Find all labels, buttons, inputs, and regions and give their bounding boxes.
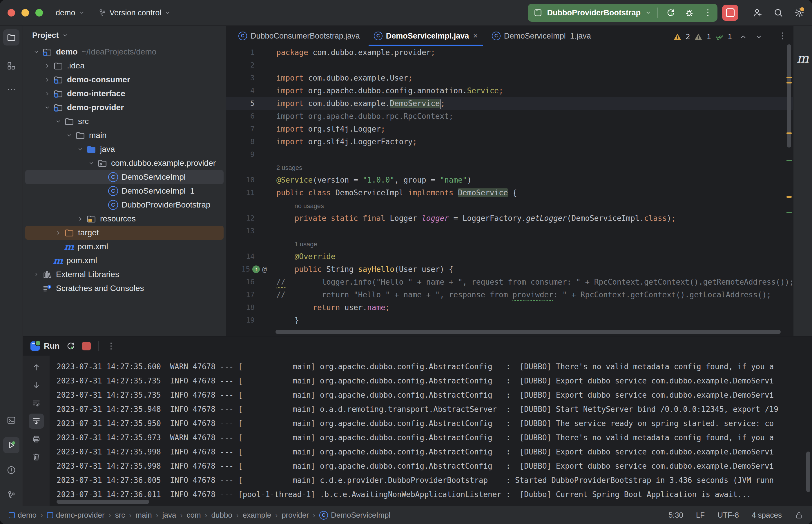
gutter[interactable] <box>226 161 270 174</box>
console-clear-all-button[interactable] <box>29 449 44 464</box>
rerun-icon[interactable] <box>66 341 76 351</box>
tree-item-demoserviceimpl-1[interactable]: CDemoServiceImpl_1 <box>25 184 224 198</box>
breadcrumb-src[interactable]: src <box>115 511 125 520</box>
indent-setting[interactable]: 4 spaces <box>752 511 782 520</box>
tree-item-pom-xml[interactable]: mpom.xml <box>25 253 224 267</box>
file-encoding[interactable]: UTF-8 <box>717 511 739 520</box>
breadcrumb-demoserviceimpl[interactable]: CDemoServiceImpl <box>319 511 391 520</box>
tree-item-resources[interactable]: resources <box>25 212 224 226</box>
breadcrumb-demo-provider[interactable]: demo-provider <box>47 511 105 520</box>
console-print-button[interactable] <box>29 431 44 447</box>
tree-item-demo-provider[interactable]: demo-provider <box>25 101 224 114</box>
chevron-down-icon[interactable] <box>85 156 97 170</box>
breadcrumb-demo[interactable]: demo <box>9 511 36 520</box>
add-user-icon[interactable] <box>752 7 763 18</box>
chevron-right-icon[interactable] <box>42 73 53 87</box>
tool-stripe-version-control-button[interactable] <box>3 487 19 503</box>
implementing-method-icon[interactable]: ↑ <box>252 265 260 273</box>
breadcrumb-provider[interactable]: provider <box>282 511 309 520</box>
tool-stripe-terminal-button[interactable] <box>3 412 19 428</box>
tree-item-main[interactable]: main <box>25 128 224 142</box>
gutter[interactable]: 15↑@ <box>226 263 270 276</box>
gutter[interactable]: 18 <box>226 301 270 314</box>
ok-stripe-mark[interactable] <box>786 212 792 213</box>
tool-stripe-more-tool-windows-button[interactable] <box>3 81 19 98</box>
tool-stripe-structure-button[interactable] <box>3 58 19 74</box>
chevron-right-icon[interactable] <box>42 87 53 101</box>
chevron-right-icon[interactable] <box>52 226 64 240</box>
console-horizontal-scrollbar[interactable] <box>57 500 149 504</box>
vcs-widget[interactable]: Version control <box>98 9 171 17</box>
tree-item-demoserviceimpl[interactable]: CDemoServiceImpl <box>25 170 224 184</box>
gutter[interactable]: 3 <box>226 71 270 84</box>
chevron-down-icon[interactable] <box>64 128 75 142</box>
tree-item-com-dubbo-example-provider[interactable]: com.dubbo.example.provider <box>25 156 224 170</box>
run-tab[interactable]: Run <box>30 341 60 351</box>
tree-item-target[interactable]: target <box>25 226 224 240</box>
chevron-right-icon[interactable] <box>75 212 86 226</box>
zoom-window-button[interactable] <box>35 9 43 17</box>
tab-demoserviceimpl-java[interactable]: CDemoServiceImpl.java× <box>367 26 485 46</box>
line-ending[interactable]: LF <box>696 511 705 520</box>
tab-demoserviceimpl_1-java[interactable]: CDemoServiceImpl_1.java <box>485 26 598 46</box>
chevron-down-icon[interactable] <box>42 101 53 114</box>
tree-item-scratches-and-consoles[interactable]: Scratches and Consoles <box>25 281 224 295</box>
tree-item--idea[interactable]: .idea <box>25 59 224 73</box>
editor-vertical-scrollbar[interactable] <box>787 44 791 148</box>
stop-process-icon[interactable] <box>82 342 91 350</box>
prev-problem-icon[interactable] <box>739 32 748 41</box>
usages-inlay-hint[interactable]: no usages <box>294 202 324 210</box>
warning-stripe-mark[interactable] <box>786 132 792 134</box>
tree-item-demo-consumer[interactable]: demo-consumer <box>25 73 224 87</box>
tool-stripe-run-button[interactable] <box>3 437 19 453</box>
more-v-icon[interactable] <box>703 8 713 18</box>
minimize-window-button[interactable] <box>21 9 29 17</box>
breadcrumb-java[interactable]: java <box>162 511 176 520</box>
console-prev-occurrence-button[interactable] <box>29 360 44 375</box>
gutter[interactable]: 12 <box>226 212 270 225</box>
tree-item-external-libraries[interactable]: External Libraries <box>25 267 224 281</box>
warning-stripe-mark[interactable] <box>786 196 792 198</box>
lock-open-icon[interactable] <box>795 511 803 520</box>
tab-dubboconsumerbootstrap-java[interactable]: CDubboConsumerBootstrap.java <box>232 26 367 46</box>
editor-tabs-more-icon[interactable] <box>778 31 787 41</box>
stop-button[interactable] <box>722 5 738 21</box>
gutter[interactable] <box>226 199 270 212</box>
gutter[interactable]: 1 <box>226 46 270 59</box>
close-tab-icon[interactable]: × <box>473 31 478 40</box>
tree-item-src[interactable]: src <box>25 114 224 128</box>
gutter[interactable]: 8 <box>226 135 270 148</box>
tool-stripe-problems-button[interactable] <box>3 462 19 478</box>
gutter[interactable]: 16 <box>226 276 270 289</box>
inspections-widget[interactable]: 2 1 1 <box>673 32 763 41</box>
console-vertical-scrollbar[interactable] <box>806 452 810 492</box>
tree-item-java[interactable]: java <box>25 142 224 156</box>
console-output[interactable]: 2023-07-31 14:27:35.600 WARN 47678 --- [… <box>50 356 805 506</box>
search-icon[interactable] <box>773 7 784 18</box>
project-panel-header[interactable]: Project <box>23 26 226 45</box>
chevron-down-icon[interactable] <box>30 45 42 59</box>
notifications-bell-icon[interactable] <box>797 31 808 42</box>
tree-item-demo-interface[interactable]: demo-interface <box>25 87 224 101</box>
gutter[interactable]: 10 <box>226 174 270 186</box>
gutter[interactable]: 4 <box>226 84 270 97</box>
console-scroll-to-end-button[interactable] <box>29 413 44 429</box>
caret-position[interactable]: 5:30 <box>668 511 683 520</box>
gutter[interactable]: 17 <box>226 289 270 301</box>
maven-tool-window-button[interactable]: m <box>793 51 812 65</box>
gutter[interactable]: 14 <box>226 250 270 263</box>
usages-inlay-hint[interactable]: 2 usages <box>276 164 302 171</box>
gutter[interactable]: 6 <box>226 110 270 122</box>
usages-inlay-hint[interactable]: 1 usage <box>294 241 317 248</box>
rerun-icon[interactable] <box>666 8 676 18</box>
more-v-icon[interactable] <box>106 341 116 351</box>
warning-stripe-mark[interactable] <box>786 82 792 83</box>
ok-stripe-mark[interactable] <box>786 160 792 161</box>
code-editor[interactable]: 1package com.dubbo.example.provider;23im… <box>226 46 793 336</box>
chevron-down-icon[interactable] <box>52 114 64 128</box>
editor-horizontal-scrollbar[interactable] <box>275 330 781 334</box>
console-soft-wrap-button[interactable] <box>29 396 44 411</box>
tree-item-demo[interactable]: demo~/IdeaProjects/demo <box>25 45 224 59</box>
gutter[interactable]: 9 <box>226 148 270 161</box>
gutter[interactable]: 5 <box>226 97 270 110</box>
